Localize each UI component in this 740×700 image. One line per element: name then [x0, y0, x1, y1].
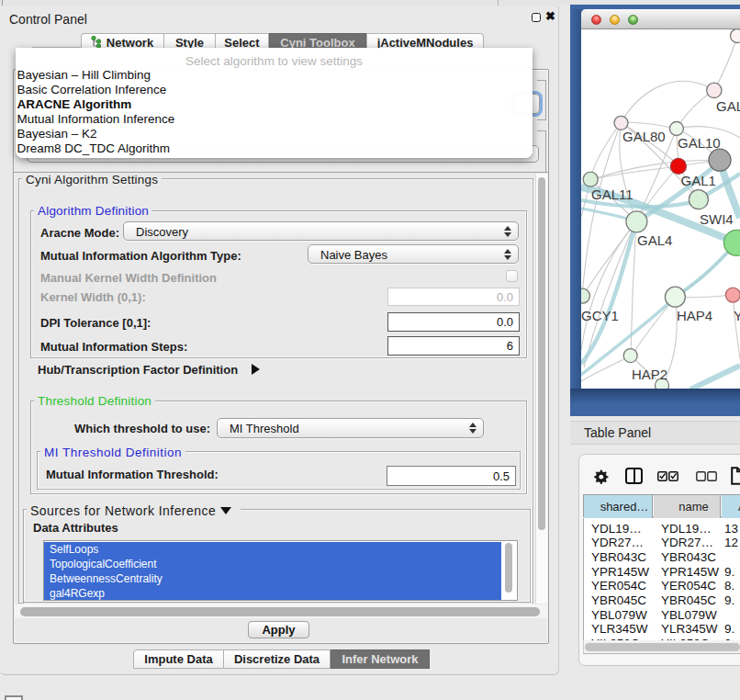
svg-text:GAL4: GAL4 — [637, 232, 672, 248]
svg-text:GAL: GAL — [716, 98, 740, 114]
svg-text:GAL80: GAL80 — [622, 129, 666, 144]
svg-text:SWI4: SWI4 — [700, 211, 734, 227]
svg-text:GCY1: GCY1 — [581, 308, 619, 323]
svg-text:GAL11: GAL11 — [591, 186, 633, 202]
svg-text:HAP2: HAP2 — [632, 367, 667, 382]
svg-text:GAL1: GAL1 — [681, 173, 716, 188]
svg-text:HAP4: HAP4 — [677, 308, 712, 323]
svg-text:Y: Y — [734, 308, 740, 323]
svg-text:GAL10: GAL10 — [678, 135, 721, 151]
